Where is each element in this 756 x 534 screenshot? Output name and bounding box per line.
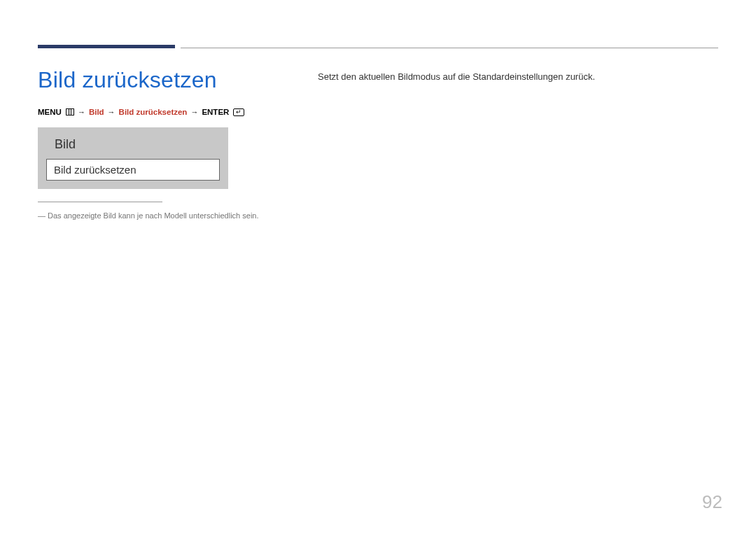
top-rule <box>181 48 718 48</box>
accent-bar <box>38 45 175 48</box>
page-heading: Bild zurücksetzen <box>38 67 217 93</box>
menu-icon <box>66 108 74 115</box>
menu-box-item[interactable]: Bild zurücksetzen <box>46 159 220 181</box>
menu-box: Bild Bild zurücksetzen <box>38 127 228 189</box>
menu-box-title: Bild <box>43 137 223 159</box>
breadcrumb-menu-label: MENU <box>38 108 62 116</box>
breadcrumb-arrow: → <box>78 108 85 116</box>
breadcrumb-arrow: → <box>108 108 115 116</box>
breadcrumb: MENU → Bild → Bild zurücksetzen → ENTER <box>38 108 244 116</box>
footnote-text: ― Das angezeigte Bild kann je nach Model… <box>38 211 259 220</box>
footnote-rule <box>38 202 162 202</box>
breadcrumb-item: Bild zurücksetzen <box>119 108 188 116</box>
breadcrumb-arrow: → <box>190 108 198 116</box>
page-number: 92 <box>702 491 722 513</box>
breadcrumb-enter-label: ENTER <box>202 108 229 116</box>
enter-icon <box>233 108 244 116</box>
description-text: Setzt den aktuellen Bildmodus auf die St… <box>318 71 595 82</box>
breadcrumb-item: Bild <box>89 108 104 116</box>
